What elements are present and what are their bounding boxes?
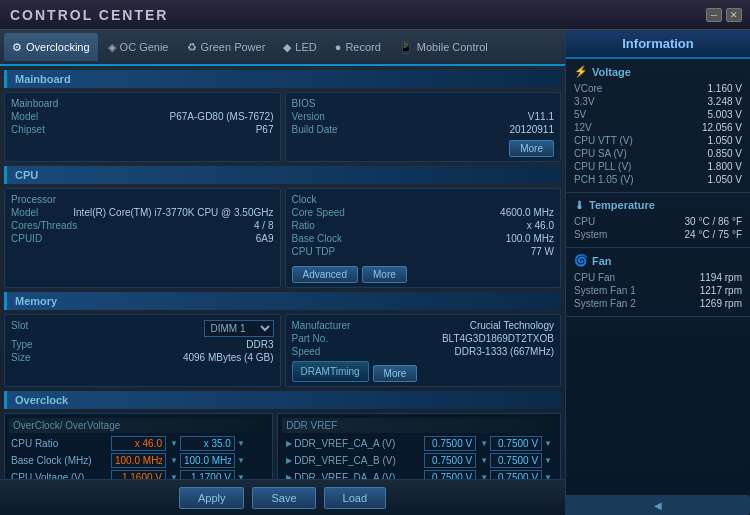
- cpuid-label: CPUID: [11, 233, 42, 244]
- mainboard-grid: Mainboard Model P67A-GD80 (MS-7672) Chip…: [4, 92, 561, 162]
- title-bar: Control Center ─ ✕: [0, 0, 750, 30]
- voltage-row-label: CPU PLL (V): [574, 161, 631, 172]
- ddr-arrow3: ▼: [544, 456, 552, 465]
- fan-row-value: 1217 rpm: [700, 285, 742, 296]
- mainboard-info: Mainboard Model P67A-GD80 (MS-7672) Chip…: [4, 92, 281, 162]
- voltage-row-label: PCH 1.05 (V): [574, 174, 633, 185]
- cpu-model-value: Intel(R) Core(TM) i7-3770K CPU @ 3.50GHz: [73, 207, 273, 218]
- ddr-row: ▶ DDR_VREF_CA_B (V) ▼ ▼: [282, 452, 556, 469]
- ddr-row-label: DDR_VREF_DA_A (V): [294, 472, 424, 479]
- ddr-value2-input[interactable]: [490, 470, 542, 479]
- build-date-row: Build Date 20120911: [292, 123, 555, 136]
- fan-row-label: CPU Fan: [574, 272, 615, 283]
- mobile-icon: 📱: [399, 41, 413, 54]
- ddr-value2-input[interactable]: [490, 436, 542, 451]
- oc-value1-input[interactable]: [111, 470, 166, 479]
- tab-oc-genie[interactable]: ◈ OC Genie: [100, 33, 177, 61]
- clock-info: Clock Core Speed 4600.0 MHz Ratio x 46.0…: [285, 188, 562, 288]
- slot-label: Slot: [11, 320, 28, 337]
- oc-row-label: Base Clock (MHz): [11, 455, 111, 466]
- oc-value2-input[interactable]: [180, 470, 235, 479]
- oc-value2-input[interactable]: [180, 453, 235, 468]
- oc-row: CPU Ratio ▼ ▼: [9, 435, 268, 452]
- minimize-button[interactable]: ─: [706, 8, 722, 22]
- oc-rows-left: CPU Ratio ▼ ▼ Base Clock (MHz) ▼ ▼ CPU V…: [9, 435, 268, 479]
- speed-row: Speed DDR3-1333 (667MHz): [292, 345, 555, 358]
- version-row: Version V11.1: [292, 110, 555, 123]
- oc-value1-input[interactable]: [111, 436, 166, 451]
- cpu-tdp-value: 77 W: [531, 246, 554, 257]
- cpu-model-row: Model Intel(R) Core(TM) i7-3770K CPU @ 3…: [11, 206, 274, 219]
- dram-timing-button[interactable]: DRAMTiming: [292, 361, 369, 382]
- collapse-arrow[interactable]: ◀: [566, 495, 750, 515]
- cpu-more-button[interactable]: More: [362, 266, 407, 283]
- load-button[interactable]: Load: [324, 487, 386, 509]
- voltage-row-label: CPU SA (V): [574, 148, 627, 159]
- base-clock-value: 100.0 MHz: [506, 233, 554, 244]
- cpu-advanced-button[interactable]: Advanced: [292, 266, 358, 283]
- temp-rows: CPU30 °C / 86 °FSystem24 °C / 75 °F: [574, 215, 742, 241]
- mem-type-label: Type: [11, 339, 33, 350]
- tab-led[interactable]: ◆ LED: [275, 33, 324, 61]
- oc-col2-header: DDR VREF: [282, 418, 556, 433]
- oc-value1-input[interactable]: [111, 453, 166, 468]
- ddr-value1-input[interactable]: [424, 436, 476, 451]
- bios-label: BIOS: [292, 98, 316, 109]
- model-row: Model P67A-GD80 (MS-7672): [11, 110, 274, 123]
- close-button[interactable]: ✕: [726, 8, 742, 22]
- tab-oc-genie-label: OC Genie: [120, 41, 169, 53]
- fan-icon: 🌀: [574, 254, 588, 267]
- tab-bar: ⚙ Overclocking ◈ OC Genie ♻ Green Power …: [0, 30, 565, 66]
- ddr-value1-input[interactable]: [424, 470, 476, 479]
- voltage-row-value: 0.850 V: [708, 148, 742, 159]
- voltage-row: PCH 1.05 (V)1.050 V: [574, 173, 742, 186]
- tab-led-label: LED: [295, 41, 316, 53]
- voltage-row-value: 1.160 V: [708, 83, 742, 94]
- oc-value2-input[interactable]: [180, 436, 235, 451]
- tab-overclocking[interactable]: ⚙ Overclocking: [4, 33, 98, 61]
- part-no-value: BLT4G3D1869DT2TXOB: [442, 333, 554, 344]
- oc-row-label: CPU Voltage (V): [11, 472, 111, 479]
- manufacturer-row: Manufacturer Crucial Technology: [292, 319, 555, 332]
- slot-dropdown[interactable]: DIMM 1: [204, 320, 274, 337]
- clock-label: Clock: [292, 194, 317, 205]
- fan-title: 🌀 Fan: [574, 254, 742, 267]
- voltage-row-value: 3.248 V: [708, 96, 742, 107]
- temp-row: CPU30 °C / 86 °F: [574, 215, 742, 228]
- tab-mobile-control[interactable]: 📱 Mobile Control: [391, 33, 496, 61]
- voltage-row-label: 12V: [574, 122, 592, 133]
- apply-button[interactable]: Apply: [179, 487, 245, 509]
- save-button[interactable]: Save: [252, 487, 315, 509]
- core-speed-label: Core Speed: [292, 207, 345, 218]
- mainboard-row: Mainboard: [11, 97, 274, 110]
- mem-type-value: DDR3: [246, 339, 273, 350]
- ddr-value1-input[interactable]: [424, 453, 476, 468]
- tab-green-power[interactable]: ♻ Green Power: [179, 33, 274, 61]
- chipset-row: Chipset P67: [11, 123, 274, 136]
- mainboard-more-button[interactable]: More: [509, 140, 554, 157]
- oc-arrow2: ▼: [237, 456, 245, 465]
- oc-left: OverClock/ OverVoltage CPU Ratio ▼ ▼ Bas…: [4, 413, 273, 479]
- green-power-icon: ♻: [187, 41, 197, 54]
- memory-more-button[interactable]: More: [373, 365, 418, 382]
- fan-section: 🌀 Fan CPU Fan1194 rpmSystem Fan 11217 rp…: [566, 248, 750, 317]
- cpu-tdp-label: CPU TDP: [292, 246, 336, 257]
- fan-row-label: System Fan 1: [574, 285, 636, 296]
- oc-arrow: ▼: [170, 439, 178, 448]
- cpu-info: Processor Model Intel(R) Core(TM) i7-377…: [4, 188, 281, 288]
- speed-value: DDR3-1333 (667MHz): [455, 346, 554, 357]
- cores-label: Cores/Threads: [11, 220, 77, 231]
- oc-rows-right: ▶ DDR_VREF_CA_A (V) ▼ ▼ ▶ DDR_VREF_CA_B …: [282, 435, 556, 479]
- voltage-rows: VCore1.160 V3.3V3.248 V5V5.003 V12V12.05…: [574, 82, 742, 186]
- tab-record[interactable]: ● Record: [327, 33, 389, 61]
- fan-row-value: 1269 rpm: [700, 298, 742, 309]
- ddr-value2-input[interactable]: [490, 453, 542, 468]
- manufacturer-value: Crucial Technology: [470, 320, 554, 331]
- ddr-arrow2: ▼: [480, 439, 488, 448]
- voltage-row-value: 5.003 V: [708, 109, 742, 120]
- main-layout: ⚙ Overclocking ◈ OC Genie ♻ Green Power …: [0, 30, 750, 515]
- tab-mobile-label: Mobile Control: [417, 41, 488, 53]
- oc-arrow2: ▼: [237, 439, 245, 448]
- memory-grid: Slot DIMM 1 Type DDR3 Size 4096 MBytes (…: [4, 314, 561, 387]
- processor-label: Processor: [11, 194, 56, 205]
